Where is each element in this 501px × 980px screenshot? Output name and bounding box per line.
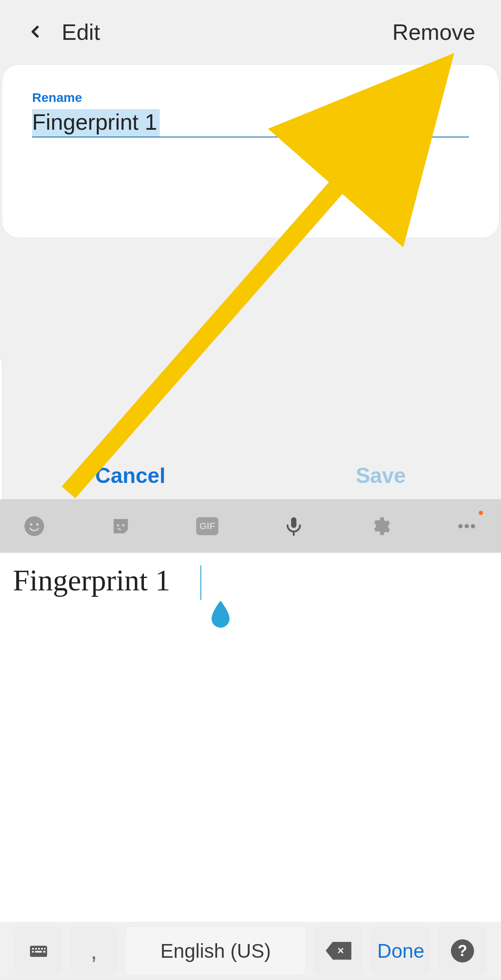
- svg-point-9: [471, 524, 475, 528]
- notification-dot-icon: [479, 511, 483, 515]
- header-bar: Edit Remove: [0, 0, 501, 64]
- svg-rect-16: [32, 951, 34, 953]
- comma-key[interactable]: ,: [70, 926, 117, 975]
- cursor-handle-icon[interactable]: [209, 601, 232, 631]
- svg-rect-15: [44, 948, 45, 950]
- gif-icon[interactable]: GIF: [194, 513, 220, 539]
- svg-point-7: [458, 524, 462, 528]
- svg-point-3: [117, 524, 119, 526]
- more-icon[interactable]: [454, 513, 480, 539]
- page-title: Edit: [62, 19, 100, 45]
- svg-rect-5: [291, 517, 297, 528]
- rename-input[interactable]: Fingerprint 1: [32, 109, 469, 137]
- keyboard-switch-key[interactable]: [15, 926, 63, 975]
- cancel-button[interactable]: Cancel: [95, 463, 165, 488]
- svg-point-4: [122, 524, 125, 526]
- emoji-icon[interactable]: [21, 513, 47, 539]
- language-key[interactable]: English (US): [125, 926, 306, 975]
- keyboard-bottom-row: , English (US) × Done ?: [0, 922, 501, 980]
- rename-input-value: Fingerprint 1: [32, 109, 160, 137]
- backspace-key[interactable]: ×: [314, 926, 363, 975]
- rename-card: Rename Fingerprint 1: [2, 64, 499, 238]
- action-row: Cancel Save: [0, 452, 501, 499]
- sticker-icon[interactable]: [108, 513, 134, 539]
- remove-button[interactable]: Remove: [392, 19, 475, 45]
- svg-rect-11: [32, 948, 34, 950]
- svg-point-2: [36, 523, 39, 525]
- svg-point-1: [30, 523, 33, 525]
- settings-icon[interactable]: [367, 513, 393, 539]
- save-button[interactable]: Save: [356, 463, 406, 488]
- microphone-icon[interactable]: [281, 513, 307, 539]
- header-left: Edit: [26, 18, 100, 47]
- svg-rect-18: [43, 951, 45, 953]
- handwriting-text: Fingerprint 1: [13, 564, 170, 597]
- svg-rect-17: [35, 951, 42, 953]
- keyboard-toolbar: GIF: [0, 499, 501, 553]
- svg-point-8: [465, 524, 469, 528]
- svg-rect-13: [38, 948, 40, 950]
- help-key[interactable]: ?: [438, 926, 486, 975]
- text-caret-icon: [200, 566, 201, 600]
- rename-label: Rename: [32, 90, 469, 105]
- backspace-icon: ×: [326, 942, 352, 960]
- help-icon: ?: [451, 939, 474, 962]
- done-key[interactable]: Done: [371, 926, 431, 975]
- svg-rect-12: [35, 948, 37, 950]
- back-icon[interactable]: [26, 18, 45, 47]
- handwriting-panel[interactable]: Fingerprint 1: [0, 553, 501, 922]
- svg-rect-14: [41, 948, 43, 950]
- svg-point-0: [24, 516, 44, 536]
